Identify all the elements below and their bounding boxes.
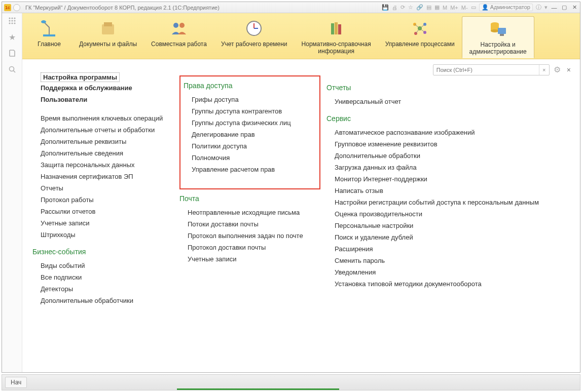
list-item[interactable]: Управление расчетом прав [192,164,316,175]
mminus-icon[interactable]: M- [461,5,468,11]
list-item[interactable]: Время выполнения ключевых операций [41,112,173,124]
list-item[interactable]: Загрузка данных из файла [335,162,569,173]
books-icon [326,18,346,38]
list-item[interactable]: Назначения сертификатов ЭП [41,171,173,182]
svg-point-16 [179,23,185,28]
search-clear-button[interactable]: × [539,65,549,75]
list-item[interactable]: Оценка производительности [335,208,569,220]
print-icon[interactable]: 🖨 [392,5,397,11]
list-item[interactable]: Группы доступа физических лиц [192,117,316,129]
tab-collaboration[interactable]: Совместная работа [144,16,214,58]
nav-back-icon[interactable] [13,4,20,11]
panel-close-button[interactable]: × [565,66,573,74]
svg-point-8 [14,22,15,24]
maximize-button[interactable]: ▢ [561,4,568,11]
search-input[interactable] [433,66,539,74]
tab-processes[interactable]: Управление процессами [378,16,462,58]
save-icon[interactable]: 💾 [382,4,389,11]
list-item[interactable]: Полномочия [192,152,316,164]
list-item[interactable]: Учетные записи [188,253,320,265]
list-item[interactable]: Рассылки отчетов [41,206,173,217]
list-item[interactable]: Группы доступа контрагентов [192,105,316,117]
tab-label: Управление процессами [385,41,455,50]
list-item[interactable]: Неотправленные исходящие письма [188,207,320,218]
refresh-icon[interactable]: ⟳ [401,4,405,11]
list-item[interactable]: Защита персональных данных [41,159,173,171]
list-item[interactable]: Виды событий [41,260,173,271]
tab-label: Совместная работа [151,41,207,50]
list-item[interactable]: Настройки регистрации событий доступа к … [335,197,569,208]
list-item[interactable]: Дополнительные реквизиты [41,136,173,147]
server-monitor-icon [488,19,508,39]
list-item[interactable]: Детекторы [41,283,173,295]
tab-admin[interactable]: Настройка и администрирование [462,16,534,58]
list-item[interactable]: Протокол выполнения задач по почте [188,230,320,242]
m-icon[interactable]: M [443,5,447,11]
favorites-icon[interactable]: ★ [8,32,17,42]
settings-gear-icon[interactable]: ⚙ [554,65,561,74]
calc-icon[interactable]: ▤ [426,4,431,11]
list-item[interactable]: Универсальный отчет [335,96,569,107]
list-item[interactable]: Штрихкоды [41,229,173,241]
list-item[interactable]: Поиск и удаление дублей [335,231,569,243]
mplus-icon[interactable]: M+ [450,5,458,11]
dropdown-icon[interactable]: ▾ [544,4,548,11]
tab-reference[interactable]: Нормативно-справочная информация [295,16,378,58]
list-item[interactable]: Дополнительные сведения [41,147,173,159]
search-rail-icon[interactable] [8,65,17,74]
left-rail: ★ [2,13,22,372]
svg-point-6 [9,22,10,24]
tab-main[interactable]: Главное [26,16,72,58]
svg-line-10 [13,71,15,73]
svg-point-7 [11,22,13,24]
apps-icon[interactable] [8,16,17,25]
svg-point-3 [9,20,10,21]
list-item[interactable]: Монитор Интернет-поддержки [335,173,569,185]
list-item[interactable]: Пользователи [41,94,173,105]
list-item[interactable]: Расширения [335,243,569,255]
list-item[interactable]: Сменить пароль [335,255,569,266]
column-reports-service: Отчеты Универсальный отчет Сервис Автома… [326,72,575,367]
tab-time[interactable]: Учет рабочего времени [214,16,295,58]
section-business-events: Бизнес-события [32,248,173,256]
list-item[interactable]: Персональные настройки [335,220,569,231]
close-button[interactable]: ✕ [571,4,578,11]
svg-point-2 [14,17,15,19]
list-item[interactable]: Дополнительные обработчики [41,295,173,306]
svg-rect-31 [498,28,506,34]
list-item[interactable]: Протокол доставки почты [188,242,320,253]
search-box[interactable]: × [433,64,550,75]
list-item[interactable]: Протокол работы [41,194,173,206]
folder-icon [98,18,118,38]
list-item[interactable]: Учетные записи [41,217,173,229]
list-item[interactable]: Дополнительные обработки [335,150,569,162]
list-item[interactable]: Потоки доставки почты [188,218,320,230]
user-badge[interactable]: 👤 Администратор [479,4,533,11]
list-item[interactable]: Все подписки [41,271,173,283]
link-icon[interactable]: 🔗 [416,4,423,11]
svg-point-15 [173,23,178,28]
list-item[interactable]: Отчеты [41,182,173,194]
list-item[interactable]: Написать отзыв [335,185,569,197]
list-item[interactable]: Делегирование прав [192,129,316,140]
list-item[interactable]: Поддержка и обслуживание [41,82,173,94]
list-item[interactable]: Групповое изменение реквизитов [335,138,569,150]
reports-list: Универсальный отчет [326,96,569,107]
star-icon[interactable]: ☆ [408,4,413,11]
list-item[interactable]: Установка типовой методики документообор… [335,278,569,290]
calendar-icon[interactable]: ▦ [434,4,440,11]
list-item[interactable]: Грифы доступа [192,94,316,105]
tab-documents[interactable]: Документы и файлы [72,16,144,58]
panel-icon[interactable]: ▭ [471,4,476,11]
list-item[interactable]: Дополнительные отчеты и обработки [41,124,173,136]
minimize-button[interactable]: — [551,4,558,11]
list-item[interactable]: Автоматическое распознавание изображений [335,127,569,138]
svg-rect-22 [338,24,341,34]
list-item[interactable]: Уведомления [335,266,569,278]
svg-rect-20 [331,23,334,34]
info-icon[interactable]: ⓘ [536,4,541,11]
taskbar-button[interactable]: Нач [5,377,27,388]
list-item[interactable]: Настройка программы [41,72,120,82]
history-icon[interactable] [8,49,17,58]
list-item[interactable]: Политики доступа [192,140,316,152]
